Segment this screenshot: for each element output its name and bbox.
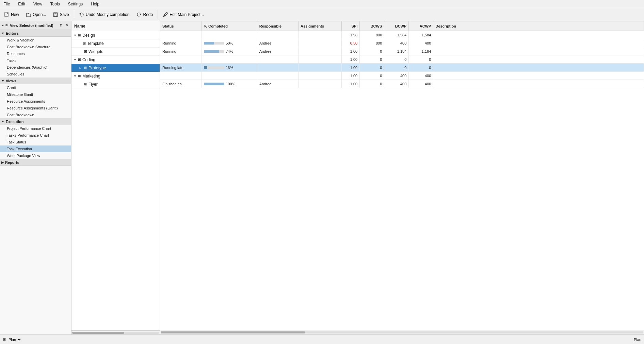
cell-description: [433, 39, 644, 47]
right-panel: Status % Completed Responsible Assignmen…: [160, 21, 644, 334]
table-row[interactable]: Running late16%1.00000: [160, 64, 644, 72]
sidebar-item-resource-assignments[interactable]: Resource Assignments: [0, 98, 71, 105]
view-selector-header: ▼ 👁 View Selector (modified) ⚙ ✕: [0, 21, 71, 30]
menu-tools[interactable]: Tools: [48, 1, 62, 7]
wbs-flyer[interactable]: ▶ ⊞ Flyer: [71, 80, 160, 88]
table-row[interactable]: Finished ea...100%Andree1.000400400: [160, 80, 644, 88]
open-button[interactable]: Open...: [23, 11, 49, 18]
table-scroll[interactable]: Status % Completed Responsible Assignmen…: [160, 21, 644, 330]
table-body: 1.988001,5841,584Running50%Andree0.50800…: [160, 31, 644, 88]
panel-collapse-icon[interactable]: ▼: [1, 24, 4, 27]
cell-description: [433, 64, 644, 72]
cell-status: [160, 31, 202, 39]
sidebar-item-work-package-view[interactable]: Work Package View: [0, 152, 71, 159]
horizontal-scrollbar[interactable]: [160, 330, 644, 334]
cell-responsible: [257, 31, 298, 39]
cell-bcwp: 400: [384, 39, 409, 47]
wbs-template[interactable]: ▶ ⊞ Template: [71, 39, 160, 48]
cell-status: Running: [160, 47, 202, 55]
middle-scrollbar[interactable]: [71, 330, 160, 334]
svg-rect-2: [54, 13, 57, 14]
flyer-label: Flyer: [88, 82, 98, 87]
table-row[interactable]: 1.00000: [160, 55, 644, 64]
open-icon: [26, 12, 31, 17]
wbs-widgets[interactable]: ▶ ⊞ Widgets: [71, 48, 160, 56]
h-scrollbar-thumb: [161, 331, 305, 333]
cell-bcws: 0: [360, 55, 384, 64]
sidebar-item-dependencies[interactable]: Dependencies (Graphic): [0, 64, 71, 71]
cell-bcwp: 400: [384, 72, 409, 80]
editors-header[interactable]: ▼ Editors: [0, 30, 71, 37]
design-grid-icon: ⊞: [78, 33, 81, 37]
sidebar-item-gantt[interactable]: Gantt: [0, 84, 71, 91]
plan-select[interactable]: Plan: [7, 337, 22, 342]
col-header-bcwp: BCWP: [384, 21, 409, 31]
table-header-row: Status % Completed Responsible Assignmen…: [160, 21, 644, 31]
views-header[interactable]: ▼ Views: [0, 78, 71, 84]
cell-status: [160, 72, 202, 80]
cell-bcws: 0: [360, 47, 384, 55]
sidebar-item-tasks[interactable]: Tasks: [0, 57, 71, 64]
cell-completed: 100%: [202, 80, 257, 88]
col-header-spi: SPI: [341, 21, 359, 31]
coding-expand-icon: ▼: [74, 58, 77, 62]
menu-settings[interactable]: Settings: [66, 1, 85, 7]
sidebar-item-tasks-performance[interactable]: Tasks Performance Chart: [0, 132, 71, 139]
sidebar-item-resource-assignments-gantt[interactable]: Resource Assignments (Gantt): [0, 105, 71, 111]
coding-grid-icon: ⊞: [78, 57, 81, 62]
wbs-prototype[interactable]: ▶ ⊞ Prototype: [71, 64, 160, 72]
cell-bcws: 0: [360, 80, 384, 88]
redo-button[interactable]: Redo: [133, 11, 156, 18]
cell-bcws: 800: [360, 31, 384, 39]
col-header-status: Status: [160, 21, 202, 31]
sidebar-item-task-status[interactable]: Task Status: [0, 139, 71, 145]
sidebar-item-project-performance[interactable]: Project Performance Chart: [0, 125, 71, 132]
sidebar-item-work-vacation[interactable]: Work & Vacation: [0, 37, 71, 44]
col-header-responsible: Responsible: [257, 21, 298, 31]
menu-help[interactable]: Help: [89, 1, 101, 7]
wbs-design[interactable]: ▼ ⊞ Design: [71, 31, 160, 39]
table-row[interactable]: Running74%Andree1.0001,1841,184: [160, 47, 644, 55]
menu-view[interactable]: View: [31, 1, 44, 7]
main-container: ▼ 👁 View Selector (modified) ⚙ ✕ ▼ Edito…: [0, 21, 644, 334]
undo-button[interactable]: Undo Modify completion: [76, 11, 132, 18]
table-row[interactable]: 1.988001,5841,584: [160, 31, 644, 39]
sidebar-item-cost-breakdown[interactable]: Cost Breakdown: [0, 111, 71, 118]
sidebar-item-schedules[interactable]: Schedules: [0, 71, 71, 78]
sidebar-item-cost-breakdown-structure[interactable]: Cost Breakdown Structure: [0, 44, 71, 50]
table-row[interactable]: 1.000400400: [160, 72, 644, 80]
wbs-coding[interactable]: ▼ ⊞ Coding: [71, 56, 160, 64]
cell-description: [433, 80, 644, 88]
cell-bcwp: 1,184: [384, 47, 409, 55]
sidebar-item-milestone-gantt[interactable]: Milestone Gantt: [0, 91, 71, 98]
execution-header[interactable]: ▼ Execution: [0, 118, 71, 125]
sidebar-item-task-execution[interactable]: Task Execution: [0, 145, 71, 152]
views-arrow: ▼: [1, 79, 4, 83]
menu-file[interactable]: File: [1, 1, 12, 7]
save-button[interactable]: Save: [50, 11, 71, 18]
cell-spi: 1.00: [341, 72, 359, 80]
cell-bcwp: 0: [384, 55, 409, 64]
tree-content: ▼ Editors Work & Vacation Cost Breakdown…: [0, 30, 71, 334]
cell-completed: 16%: [202, 64, 257, 72]
wbs-marketing[interactable]: ▼ ⊞ Marketing: [71, 72, 160, 80]
menu-bar: File Edit View Tools Settings Help: [0, 0, 644, 8]
menu-edit[interactable]: Edit: [16, 1, 27, 7]
cell-completed: [202, 72, 257, 80]
cell-completed: 50%: [202, 39, 257, 47]
cell-acwp: 400: [409, 72, 433, 80]
table-row[interactable]: Running50%Andree0.50800400400: [160, 39, 644, 47]
cell-description: [433, 72, 644, 80]
cell-assignments: [299, 55, 342, 64]
toolbar-sep-1: [74, 11, 74, 19]
cell-acwp: 0: [409, 55, 433, 64]
panel-close-icon[interactable]: ✕: [64, 23, 70, 28]
svg-rect-0: [5, 12, 8, 17]
sidebar-item-resources[interactable]: Resources: [0, 50, 71, 57]
reports-header[interactable]: ▶ Reports: [0, 159, 71, 166]
new-button[interactable]: New: [1, 11, 22, 18]
panel-settings-icon[interactable]: ⚙: [58, 23, 64, 28]
save-icon: [53, 12, 58, 17]
edit-main-project-button[interactable]: Edit Main Project...: [160, 11, 207, 18]
design-expand-icon: ▼: [74, 34, 77, 37]
